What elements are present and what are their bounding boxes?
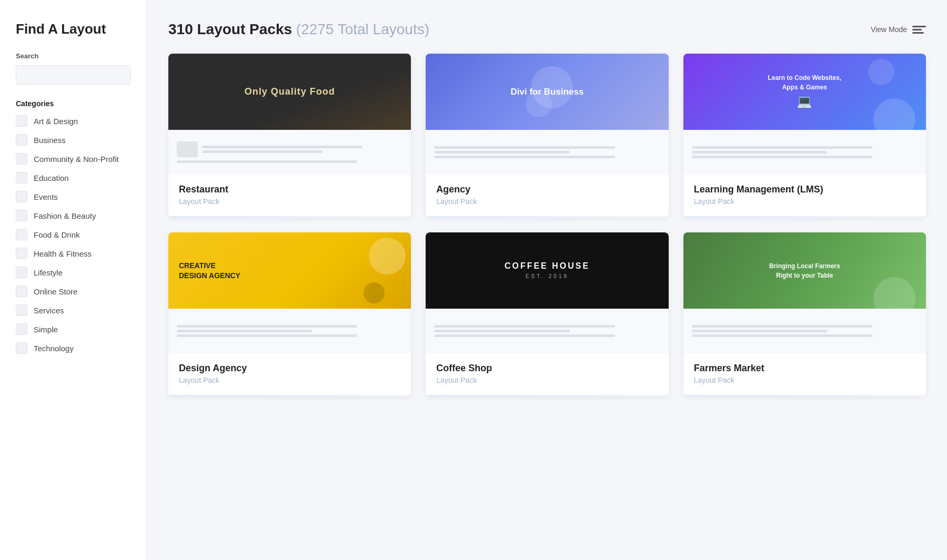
- preview-text: CREATIVEDESIGN AGENCY: [179, 261, 240, 280]
- sidebar-title: Find A Layout: [16, 21, 131, 37]
- card-info: Farmers MarketLayout Pack: [683, 353, 926, 395]
- card-pack-name: Agency: [436, 184, 658, 195]
- category-item[interactable]: Education: [16, 172, 131, 184]
- category-checkbox[interactable]: [16, 286, 27, 297]
- category-item[interactable]: Simple: [16, 323, 131, 335]
- preview-text: Bringing Local FarmersRight to your Tabl…: [769, 261, 840, 280]
- card-info: Learning Management (LMS)Layout Pack: [683, 175, 926, 216]
- layout-card[interactable]: Divi for Business AgencyLayout Pack: [426, 54, 668, 218]
- card-info: RestaurantLayout Pack: [168, 175, 411, 216]
- card-bottom-accent: [426, 216, 668, 218]
- categories-label: Categories: [16, 99, 131, 108]
- card-pack-type: Layout Pack: [179, 197, 400, 206]
- card-preview-image: COFFEE HOUSEEST. 2018: [426, 232, 668, 353]
- layout-pack-count: 310 Layout Packs: [168, 21, 292, 37]
- search-label: Search: [16, 52, 131, 60]
- category-item[interactable]: Fashion & Beauty: [16, 210, 131, 221]
- main-header: 310 Layout Packs (2275 Total Layouts) Vi…: [168, 21, 926, 38]
- category-item[interactable]: Events: [16, 191, 131, 202]
- card-pack-type: Layout Pack: [436, 197, 658, 206]
- main-title: 310 Layout Packs (2275 Total Layouts): [168, 21, 429, 38]
- category-name: Fashion & Beauty: [34, 211, 96, 220]
- card-preview-image: Divi for Business: [426, 54, 668, 175]
- sidebar: Find A Layout Search Categories Art & De…: [0, 0, 147, 560]
- category-name: Online Store: [34, 287, 77, 296]
- card-bottom-accent: [683, 216, 926, 218]
- category-checkbox[interactable]: [16, 248, 27, 259]
- card-bottom-accent: [168, 216, 411, 218]
- card-preview-image: CREATIVEDESIGN AGENCY: [168, 232, 411, 353]
- card-preview-bottom: [426, 309, 668, 353]
- card-bottom-accent: [426, 395, 668, 396]
- category-item[interactable]: Services: [16, 304, 131, 316]
- card-preview-image: Learn to Code Websites,Apps & Games💻: [683, 54, 926, 175]
- category-name: Art & Design: [34, 117, 78, 126]
- card-preview-image: Bringing Local FarmersRight to your Tabl…: [683, 232, 926, 353]
- view-mode-icon: [912, 24, 926, 35]
- card-bottom-accent: [168, 395, 411, 396]
- view-mode-label: View Mode: [871, 25, 907, 34]
- card-preview-bottom: [168, 130, 411, 175]
- card-pack-name: Coffee Shop: [436, 363, 658, 374]
- card-pack-type: Layout Pack: [694, 376, 915, 384]
- card-preview-bottom: [168, 309, 411, 353]
- category-name: Business: [34, 136, 66, 145]
- category-item[interactable]: Community & Non-Profit: [16, 153, 131, 165]
- layout-card[interactable]: COFFEE HOUSEEST. 2018 Coffee ShopLayout …: [426, 232, 668, 396]
- card-pack-name: Learning Management (LMS): [694, 184, 915, 195]
- card-pack-name: Farmers Market: [694, 363, 915, 374]
- card-info: Coffee ShopLayout Pack: [426, 353, 668, 395]
- category-checkbox[interactable]: [16, 191, 27, 202]
- category-name: Community & Non-Profit: [34, 155, 119, 164]
- category-list: Art & DesignBusinessCommunity & Non-Prof…: [16, 115, 131, 354]
- category-checkbox[interactable]: [16, 323, 27, 335]
- category-item[interactable]: Business: [16, 134, 131, 146]
- category-checkbox[interactable]: [16, 115, 27, 127]
- category-item[interactable]: Health & Fitness: [16, 248, 131, 259]
- category-name: Technology: [34, 344, 74, 353]
- category-item[interactable]: Technology: [16, 342, 131, 354]
- card-bottom-accent: [683, 395, 926, 396]
- category-name: Education: [34, 174, 69, 182]
- main-content: 310 Layout Packs (2275 Total Layouts) Vi…: [147, 0, 947, 560]
- category-checkbox[interactable]: [16, 153, 27, 165]
- layout-card[interactable]: Learn to Code Websites,Apps & Games💻 Lea…: [683, 54, 926, 218]
- card-preview-bottom: [426, 130, 668, 175]
- category-checkbox[interactable]: [16, 210, 27, 221]
- view-mode-button[interactable]: View Mode: [871, 24, 926, 35]
- category-checkbox[interactable]: [16, 342, 27, 354]
- category-checkbox[interactable]: [16, 229, 27, 240]
- preview-text: Learn to Code Websites,Apps & Games💻: [768, 73, 841, 111]
- layout-card[interactable]: Only Quality Food RestaurantLayout Pack: [168, 54, 411, 218]
- card-pack-name: Restaurant: [179, 184, 400, 195]
- category-checkbox[interactable]: [16, 267, 27, 278]
- card-preview-image: Only Quality Food: [168, 54, 411, 175]
- card-pack-type: Layout Pack: [694, 197, 915, 206]
- category-name: Events: [34, 192, 58, 201]
- card-pack-type: Layout Pack: [179, 376, 400, 384]
- layout-card[interactable]: CREATIVEDESIGN AGENCY Design AgencyLayou…: [168, 232, 411, 396]
- card-info: AgencyLayout Pack: [426, 175, 668, 216]
- category-name: Services: [34, 306, 64, 315]
- category-item[interactable]: Food & Drink: [16, 229, 131, 240]
- preview-text: COFFEE HOUSEEST. 2018: [505, 261, 590, 280]
- category-item[interactable]: Art & Design: [16, 115, 131, 127]
- card-pack-name: Design Agency: [179, 363, 400, 374]
- category-name: Lifestyle: [34, 268, 63, 277]
- app-container: Find A Layout Search Categories Art & De…: [0, 0, 947, 560]
- card-pack-type: Layout Pack: [436, 376, 658, 384]
- category-item[interactable]: Lifestyle: [16, 267, 131, 278]
- category-checkbox[interactable]: [16, 134, 27, 146]
- category-name: Health & Fitness: [34, 249, 92, 258]
- category-item[interactable]: Online Store: [16, 286, 131, 297]
- category-checkbox[interactable]: [16, 172, 27, 184]
- preview-text: Only Quality Food: [245, 86, 335, 97]
- total-layouts-count: (2275 Total Layouts): [296, 21, 429, 37]
- card-info: Design AgencyLayout Pack: [168, 353, 411, 395]
- layout-grid: Only Quality Food RestaurantLayout Pack: [168, 54, 926, 396]
- layout-card[interactable]: Bringing Local FarmersRight to your Tabl…: [683, 232, 926, 396]
- category-checkbox[interactable]: [16, 304, 27, 316]
- category-name: Food & Drink: [34, 230, 80, 239]
- search-input[interactable]: [16, 65, 131, 85]
- card-preview-bottom: [683, 309, 926, 353]
